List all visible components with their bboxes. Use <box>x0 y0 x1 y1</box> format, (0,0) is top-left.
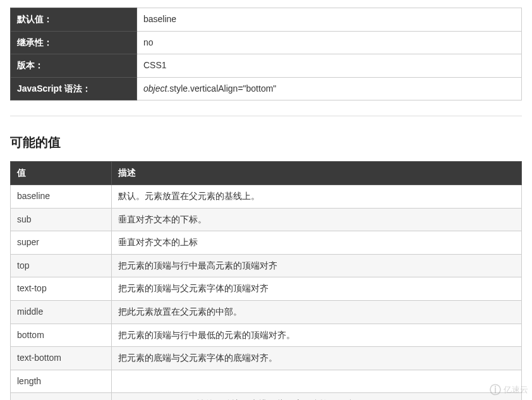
value-cell: bottom <box>11 324 112 347</box>
def-label: 继承性： <box>11 31 137 54</box>
js-rest: .style.verticalAlign="bottom" <box>167 83 276 94</box>
value-cell: % <box>11 393 112 400</box>
table-row: sub垂直对齐文本的下标。 <box>11 208 522 231</box>
desc-cell: 把元素的底端与父元素字体的底端对齐。 <box>112 347 522 370</box>
desc-cell: 垂直对齐文本的上标 <box>112 231 522 255</box>
desc-cell <box>112 370 522 393</box>
desc-cell: 把元素的顶端与父元素字体的顶端对齐 <box>112 277 522 301</box>
def-value: baseline <box>137 8 522 32</box>
def-value-js: object.style.verticalAlign="bottom" <box>137 77 522 100</box>
definitions-body: 默认值： baseline 继承性： no 版本： CSS1 JavaScrip… <box>11 8 522 100</box>
table-row: JavaScript 语法： object.style.verticalAlig… <box>11 77 522 100</box>
definitions-table: 默认值： baseline 继承性： no 版本： CSS1 JavaScrip… <box>10 8 522 100</box>
js-object-italic: object <box>143 83 167 94</box>
divider <box>10 116 522 116</box>
value-cell: middle <box>11 300 112 324</box>
value-cell: top <box>11 254 112 277</box>
table-row: bottom把元素的顶端与行中最低的元素的顶端对齐。 <box>11 324 522 347</box>
value-cell: super <box>11 231 112 255</box>
desc-cell: 把此元素放置在父元素的中部。 <box>112 300 522 324</box>
table-row: super垂直对齐文本的上标 <box>11 231 522 255</box>
table-row: 继承性： no <box>11 31 522 54</box>
def-value: CSS1 <box>137 54 522 78</box>
value-cell: baseline <box>11 185 112 208</box>
value-cell: sub <box>11 208 112 231</box>
def-label: 默认值： <box>11 8 137 32</box>
table-row: 默认值： baseline <box>11 8 522 32</box>
desc-cell: 把元素的顶端与行中最低的元素的顶端对齐。 <box>112 324 522 347</box>
value-cell: text-top <box>11 277 112 301</box>
table-row: length <box>11 370 522 393</box>
def-label: 版本： <box>11 54 137 78</box>
table-row: top把元素的顶端与行中最高元素的顶端对齐 <box>11 254 522 277</box>
desc-cell: 默认。元素放置在父元素的基线上。 <box>112 185 522 208</box>
table-row: text-bottom把元素的底端与父元素字体的底端对齐。 <box>11 347 522 370</box>
values-header-desc: 描述 <box>112 162 522 185</box>
table-row: %使用 "line-height" 属性的百分比值来排列此元素。允许使用负值。 <box>11 393 522 400</box>
values-body: baseline默认。元素放置在父元素的基线上。sub垂直对齐文本的下标。sup… <box>11 185 522 400</box>
def-value: no <box>137 31 522 54</box>
desc-cell: 垂直对齐文本的下标。 <box>112 208 522 231</box>
desc-cell: 把元素的顶端与行中最高元素的顶端对齐 <box>112 254 522 277</box>
def-label: JavaScript 语法： <box>11 77 137 100</box>
values-table: 值 描述 baseline默认。元素放置在父元素的基线上。sub垂直对齐文本的下… <box>10 161 522 400</box>
table-row: 版本： CSS1 <box>11 54 522 78</box>
table-row: baseline默认。元素放置在父元素的基线上。 <box>11 185 522 208</box>
values-header-value: 值 <box>11 162 112 185</box>
desc-cell: 使用 "line-height" 属性的百分比值来排列此元素。允许使用负值。 <box>112 393 522 400</box>
table-row: text-top把元素的顶端与父元素字体的顶端对齐 <box>11 277 522 301</box>
section-heading: 可能的值 <box>10 134 522 151</box>
table-row: middle把此元素放置在父元素的中部。 <box>11 300 522 324</box>
value-cell: text-bottom <box>11 347 112 370</box>
value-cell: length <box>11 370 112 393</box>
